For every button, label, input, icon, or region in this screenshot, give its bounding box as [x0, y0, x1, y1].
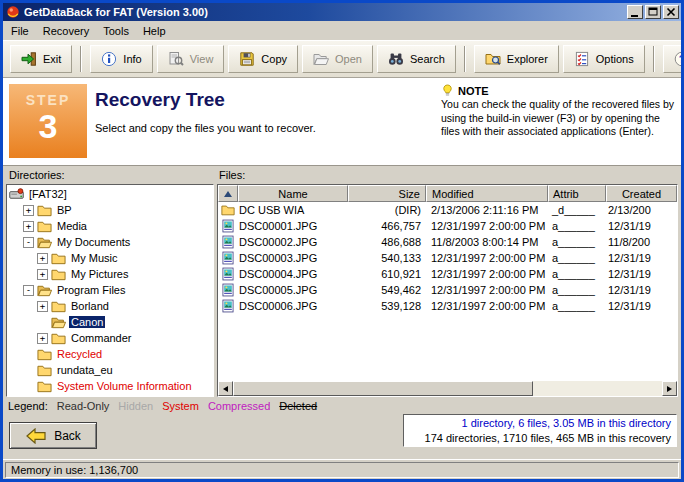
- folder-icon: [37, 347, 52, 362]
- explorer-button[interactable]: Explorer: [474, 45, 559, 73]
- column-header-attrib[interactable]: Attrib: [548, 185, 606, 202]
- close-button[interactable]: [663, 5, 679, 19]
- note-text: You can check the quality of the recover…: [441, 98, 675, 139]
- files-list: Name Size Modified Attrib Created DC USB…: [217, 184, 678, 397]
- lightbulb-icon: [441, 84, 454, 97]
- minimize-icon: [629, 6, 641, 18]
- tree-item-borland[interactable]: + Borland: [7, 298, 213, 314]
- app-logo-icon: [6, 5, 20, 19]
- page-subtitle: Select and copy the files you want to re…: [95, 122, 316, 134]
- scroll-left-button[interactable]: [218, 381, 233, 396]
- folder-open-icon: [51, 315, 66, 330]
- legend-system: System: [162, 400, 199, 412]
- scrollbar-thumb[interactable]: [233, 381, 533, 396]
- tree-item-rundata-eu[interactable]: rundata_eu: [7, 362, 213, 378]
- collapse-icon[interactable]: -: [23, 237, 34, 248]
- minimize-button[interactable]: [627, 5, 643, 19]
- scroll-right-icon: [667, 386, 672, 392]
- sort-column-header[interactable]: [218, 185, 238, 202]
- legend-label: Legend:: [8, 400, 48, 412]
- summary-panel: 1 directory, 6 files, 3.05 MB in this di…: [403, 414, 677, 447]
- folder-icon: [51, 299, 66, 314]
- tree-item-media[interactable]: + Media: [7, 218, 213, 234]
- menu-file[interactable]: File: [4, 23, 36, 39]
- explorer-label: Explorer: [507, 53, 548, 65]
- back-arrow-icon: [25, 428, 47, 444]
- copy-icon: [239, 51, 255, 67]
- file-row[interactable]: DSC00005.JPG 549,462 12/31/1997 2:00:00 …: [218, 282, 677, 298]
- tree-item-canon-selected[interactable]: Canon: [7, 314, 213, 330]
- exit-button[interactable]: Exit: [10, 45, 72, 73]
- info-label: Info: [123, 53, 141, 65]
- menu-tools[interactable]: Tools: [96, 23, 136, 39]
- tree-item-fat32[interactable]: [FAT32]: [7, 186, 213, 202]
- column-header-size[interactable]: Size: [348, 185, 426, 202]
- column-header-name[interactable]: Name: [238, 185, 348, 202]
- tree-item-my-pictures[interactable]: + My Pictures: [7, 266, 213, 282]
- folder-icon: [37, 379, 52, 394]
- legend: Legend: Read-Only Hidden System Compress…: [8, 400, 317, 412]
- toolbar-separator: [80, 46, 82, 72]
- window-title: GetDataBack for FAT (Version 3.00): [24, 6, 625, 18]
- column-header-created[interactable]: Created: [606, 185, 677, 202]
- view-label: View: [190, 53, 214, 65]
- open-button[interactable]: Open: [302, 45, 373, 73]
- image-file-icon: [221, 267, 235, 281]
- close-icon: [665, 6, 677, 18]
- options-button[interactable]: Options: [563, 45, 645, 73]
- tree-item-system-volume-information[interactable]: System Volume Information: [7, 378, 213, 394]
- expand-icon[interactable]: +: [23, 221, 34, 232]
- page-title: Recovery Tree: [95, 89, 225, 111]
- tree-item-recycled[interactable]: Recycled: [7, 346, 213, 362]
- step-number: 3: [39, 109, 58, 143]
- tree-item-commander[interactable]: + Commander: [7, 330, 213, 346]
- title-bar: GetDataBack for FAT (Version 3.00): [3, 3, 681, 21]
- step-label: STEP: [26, 92, 71, 108]
- file-row[interactable]: DSC00004.JPG 610,921 12/31/1997 2:00:00 …: [218, 266, 677, 282]
- back-button[interactable]: Back: [9, 422, 97, 449]
- app-window: GetDataBack for FAT (Version 3.00) File …: [0, 0, 684, 482]
- file-row[interactable]: DSC00006.JPG 539,128 12/31/1997 2:00:00 …: [218, 298, 677, 314]
- file-row[interactable]: DSC00002.JPG 486,688 11/8/2003 8:00:14 P…: [218, 234, 677, 250]
- tree-item-bp[interactable]: + BP: [7, 202, 213, 218]
- expand-icon[interactable]: +: [23, 205, 34, 216]
- scroll-right-button[interactable]: [662, 381, 677, 396]
- menu-bar: File Recovery Tools Help: [3, 21, 681, 40]
- maximize-button[interactable]: [645, 5, 661, 19]
- image-file-icon: [221, 235, 235, 249]
- menu-help[interactable]: Help: [136, 23, 173, 39]
- folder-open-icon: [37, 283, 52, 298]
- note-title: NOTE: [458, 85, 489, 97]
- collapse-icon[interactable]: -: [23, 285, 34, 296]
- menu-recovery[interactable]: Recovery: [36, 23, 96, 39]
- folder-icon: [51, 331, 66, 346]
- status-bar: Memory in use: 1,136,700: [3, 459, 681, 479]
- file-row[interactable]: DSC00003.JPG 540,133 12/31/1997 2:00:00 …: [218, 250, 677, 266]
- legend-read-only: Read-Only: [57, 400, 110, 412]
- copy-label: Copy: [261, 53, 287, 65]
- directory-summary: 1 directory, 6 files, 3.05 MB in this di…: [409, 416, 671, 431]
- view-button[interactable]: View: [157, 45, 225, 73]
- image-file-icon: [221, 219, 235, 233]
- tree-item-my-music[interactable]: + My Music: [7, 250, 213, 266]
- expand-icon[interactable]: +: [37, 269, 48, 280]
- help-button[interactable]: Help: [663, 45, 684, 73]
- column-header-modified[interactable]: Modified: [426, 185, 548, 202]
- info-button[interactable]: Info: [90, 45, 152, 73]
- file-row[interactable]: DSC00001.JPG 466,757 12/31/1997 2:00:00 …: [218, 218, 677, 234]
- expand-icon[interactable]: +: [37, 333, 48, 344]
- expand-icon[interactable]: +: [37, 253, 48, 264]
- folder-icon: [37, 203, 52, 218]
- tree-item-program-files[interactable]: - Program Files: [7, 282, 213, 298]
- legend-deleted: Deleted: [279, 400, 317, 412]
- open-icon: [313, 51, 329, 67]
- image-file-icon: [221, 299, 235, 313]
- step-badge: STEP 3: [9, 84, 87, 158]
- expand-icon[interactable]: +: [37, 301, 48, 312]
- scrollbar-track[interactable]: [533, 381, 662, 396]
- tree-item-my-documents[interactable]: - My Documents: [7, 234, 213, 250]
- search-button[interactable]: Search: [377, 45, 456, 73]
- file-row[interactable]: DC USB WIA (DIR) 2/13/2006 2:11:16 PM _d…: [218, 202, 677, 218]
- copy-button[interactable]: Copy: [228, 45, 298, 73]
- explorer-icon: [485, 51, 501, 67]
